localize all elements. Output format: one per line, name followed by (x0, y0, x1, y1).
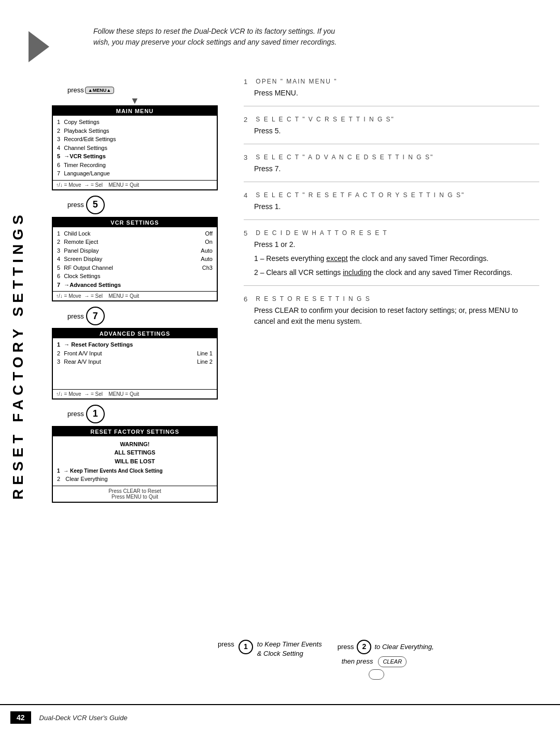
vcr-item-3: 3 Panel DisplayAuto (57, 246, 213, 255)
diagram-advanced-settings: ADVANCED SETTINGS 1 → Reset Factory Sett… (52, 328, 218, 400)
step-5-header: 5 D E C I D E W H A T T O R E S E T (244, 229, 539, 237)
press-7-label: press (67, 312, 84, 320)
vcr-item-1: 1 Child LockOff (57, 229, 213, 238)
press-7-row: press 7 (67, 307, 218, 325)
press-option-1-text: to Keep Timer Events& Clock Setting (257, 640, 322, 658)
footer-page-number: 42 (10, 711, 31, 724)
step-1-section: 1 OPEN " MAIN MENU " Press MENU. (244, 78, 539, 106)
step-4-content: Press 1. (254, 201, 539, 212)
step-4-header: 4 S E L E C T " R E S E T F A C T O R Y … (244, 191, 539, 199)
menu-item-7: 7 Language/Langue (57, 169, 213, 178)
reset-item-1: 1 → Keep Timer Events And Clock Setting (57, 467, 213, 475)
triangle-arrow-icon (29, 31, 49, 62)
reset-item-2: 2 Clear Everything (57, 475, 213, 484)
main-menu-items: 1 Copy Settings 2 Playback Settings 3 Re… (53, 116, 217, 180)
warning-text: WARNING!ALL SETTINGSWILL BE LOST (57, 440, 213, 466)
press-option-2: press 2 to Clear Everything, then press … (338, 640, 434, 680)
reset-factory-box: RESET FACTORY SETTINGS WARNING!ALL SETTI… (52, 426, 218, 503)
press-7-circle: 7 (86, 307, 105, 325)
press-option-1-label: press (218, 640, 234, 649)
press-1-bottom-circle: 1 (239, 640, 253, 654)
menu-item-6: 6 Timer Recording (57, 161, 213, 170)
step-6-section: 6 R E S T O R E S E T T I N G S Press CL… (244, 295, 539, 334)
adv-item-1: 1 → Reset Factory Settings (57, 340, 213, 349)
left-column-diagrams: press ▲MENU▲ ▼ MAIN MENU 1 Copy Settings… (52, 83, 218, 508)
step-3-content: Press 7. (254, 163, 539, 174)
press-5-row: press 5 (67, 196, 218, 214)
step-6-header: 6 R E S T O R E S E T T I N G S (244, 295, 539, 303)
clear-button-label: CLEAR (378, 656, 407, 667)
diagram-vcr-settings: VCR SETTINGS 1 Child LockOff 2 Remote Ej… (52, 217, 218, 302)
reset-factory-title: RESET FACTORY SETTINGS (53, 427, 217, 436)
page-footer: 42 Dual-Deck VCR User's Guide (0, 704, 560, 730)
step-3-header: 3 S E L E C T " A D V A N C E D S E T T … (244, 154, 539, 161)
step-5-content: Press 1 or 2. 1 – Resets everything exce… (254, 239, 539, 278)
arrow-down-icon: ▼ (52, 95, 218, 106)
main-menu-box: MAIN MENU 1 Copy Settings 2 Playback Set… (52, 105, 218, 190)
step-1-header: 1 OPEN " MAIN MENU " (244, 78, 539, 86)
step-4-section: 4 S E L E C T " R E S E T F A C T O R Y … (244, 191, 539, 220)
menu-button-icon: ▲MENU▲ (85, 87, 114, 94)
intro-text: Follow these steps to reset the Dual-Dec… (93, 26, 353, 48)
press-5-circle: 5 (86, 196, 105, 214)
press-1-circle: 1 (86, 405, 105, 423)
step-2-section: 2 S E L E C T " V C R S E T T I N G S" P… (244, 116, 539, 144)
advanced-settings-title: ADVANCED SETTINGS (53, 329, 217, 338)
menu-item-4: 4 Channel Settings (57, 144, 213, 153)
step-3-section: 3 S E L E C T " A D V A N C E D S E T T … (244, 154, 539, 182)
footer-guide-title: Dual-Deck VCR User's Guide (39, 714, 128, 722)
menu-item-2: 2 Playback Settings (57, 127, 213, 135)
main-content: Follow these steps to reset the Dual-Dec… (52, 16, 544, 711)
advanced-settings-box: ADVANCED SETTINGS 1 → Reset Factory Sett… (52, 328, 218, 400)
vcr-item-4: 4 Screen DisplayAuto (57, 255, 213, 264)
press-menu-row: press ▲MENU▲ (67, 86, 218, 94)
advanced-settings-nav: ↑/↓ = Move → = Sel MENU = Quit (53, 389, 217, 398)
vcr-item-7: 7 →Advanced Settings (57, 281, 213, 290)
menu-item-3: 3 Record/Edit Settings (57, 135, 213, 144)
step-1-content: Press MENU. (254, 88, 539, 99)
menu-item-5: 5 →VCR Settings (57, 152, 213, 161)
step-2-header: 2 S E L E C T " V C R S E T T I N G S" (244, 116, 539, 123)
diagram-reset-factory: RESET FACTORY SETTINGS WARNING!ALL SETTI… (52, 426, 218, 503)
press-option-2-label: press (338, 642, 354, 652)
press-menu-label: press (67, 86, 84, 94)
vcr-settings-box: VCR SETTINGS 1 Child LockOff 2 Remote Ej… (52, 217, 218, 302)
adv-item-3: 3 Rear A/V InputLine 2 (57, 357, 213, 366)
press-1-row: press 1 (67, 405, 218, 423)
advanced-settings-items: 1 → Reset Factory Settings 2 Front A/V I… (53, 338, 217, 389)
clear-button-shape (369, 669, 384, 680)
step-2-content: Press 5. (254, 126, 539, 136)
bottom-press-section: press 1 to Keep Timer Events& Clock Sett… (218, 640, 434, 680)
vcr-settings-title: VCR SETTINGS (53, 218, 217, 227)
press-option-2-text: to Clear Everything, (374, 642, 433, 652)
step-5-section: 5 D E C I D E W H A T T O R E S E T Pres… (244, 229, 539, 286)
vcr-settings-items: 1 Child LockOff 2 Remote EjectOn 3 Panel… (53, 227, 217, 292)
vertical-title: RESET FACTORY SETTINGS (0, 0, 36, 711)
step-6-content: Press CLEAR to confirm your decision to … (254, 305, 539, 327)
vcr-item-6: 6 Clock Settings (57, 272, 213, 281)
main-menu-title: MAIN MENU (53, 106, 217, 116)
press-option-1: press 1 to Keep Timer Events& Clock Sett… (218, 640, 322, 658)
vcr-settings-nav: ↑/↓ = Move → = Sel MENU = Quit (53, 291, 217, 300)
right-column-steps: 1 OPEN " MAIN MENU " Press MENU. 2 S E L… (244, 78, 539, 343)
main-menu-nav: ↑/↓ = Move → = Sel MENU = Quit (53, 180, 217, 189)
press-2-bottom-circle: 2 (357, 640, 371, 654)
vcr-item-5: 5 RF Output ChannelCh3 (57, 264, 213, 272)
reset-factory-items: WARNING!ALL SETTINGSWILL BE LOST 1 → Kee… (53, 436, 217, 486)
menu-item-1: 1 Copy Settings (57, 118, 213, 127)
reset-factory-footer: Press CLEAR to ResetPress MENU to Quit (53, 486, 217, 502)
diagram-main-menu: press ▲MENU▲ ▼ MAIN MENU 1 Copy Settings… (52, 86, 218, 190)
adv-item-2: 2 Front A/V InputLine 1 (57, 349, 213, 358)
press-5-label: press (67, 201, 84, 209)
press-1-label: press (67, 410, 84, 418)
vcr-item-2: 2 Remote EjectOn (57, 238, 213, 246)
